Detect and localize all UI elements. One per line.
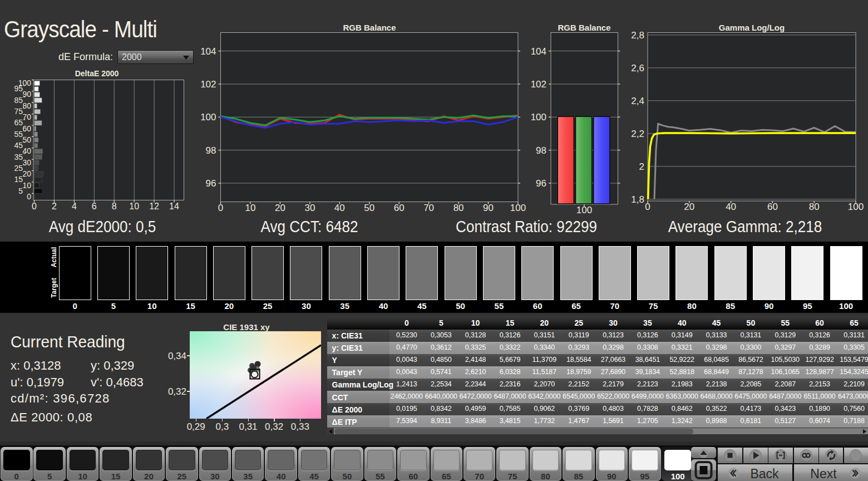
svg-text:104: 104	[531, 46, 546, 57]
svg-text:85: 85	[14, 96, 23, 105]
svg-text:100: 100	[531, 112, 546, 122]
svg-text:0: 0	[27, 192, 31, 201]
svg-text:DeltaE 2000: DeltaE 2000	[75, 69, 119, 78]
svg-text:RGB Balance: RGB Balance	[343, 23, 396, 32]
svg-text:2: 2	[639, 161, 644, 172]
svg-text:70: 70	[22, 112, 31, 121]
svg-text:2,4: 2,4	[631, 96, 644, 106]
svg-text:65: 65	[14, 118, 23, 127]
svg-text:60: 60	[22, 124, 31, 133]
svg-text:100: 100	[18, 78, 32, 87]
svg-text:30: 30	[22, 158, 31, 167]
svg-text:75: 75	[14, 107, 23, 116]
svg-text:2: 2	[52, 202, 57, 211]
svg-text:55: 55	[14, 130, 23, 139]
svg-text:35: 35	[14, 153, 23, 161]
svg-text:98: 98	[536, 145, 546, 156]
svg-text:15: 15	[14, 175, 23, 184]
svg-text:8: 8	[112, 202, 117, 211]
svg-text:10: 10	[22, 181, 31, 190]
svg-text:90: 90	[22, 90, 31, 99]
svg-text:100: 100	[200, 112, 216, 122]
svg-text:RGB Balance: RGB Balance	[558, 23, 610, 32]
svg-text:20: 20	[22, 169, 31, 178]
svg-text:102: 102	[531, 79, 546, 90]
svg-text:96: 96	[206, 178, 216, 189]
svg-text:2,8: 2,8	[631, 30, 644, 41]
svg-text:12: 12	[149, 202, 159, 211]
svg-text:4: 4	[72, 202, 77, 211]
svg-text:1,8: 1,8	[631, 194, 644, 205]
svg-text:98: 98	[206, 145, 216, 156]
svg-text:80: 80	[22, 101, 31, 110]
svg-text:104: 104	[200, 46, 216, 57]
svg-text:45: 45	[14, 141, 23, 150]
svg-text:2,6: 2,6	[631, 63, 644, 73]
svg-text:10: 10	[129, 202, 139, 211]
svg-text:6: 6	[92, 202, 97, 211]
svg-text:14: 14	[169, 202, 179, 211]
svg-text:40: 40	[22, 146, 31, 155]
svg-text:102: 102	[200, 79, 216, 90]
svg-text:96: 96	[536, 178, 546, 189]
svg-text:50: 50	[22, 135, 31, 144]
svg-text:25: 25	[14, 164, 23, 173]
svg-text:0: 0	[32, 202, 37, 211]
svg-text:Gamma Log/Log: Gamma Log/Log	[719, 23, 785, 32]
svg-text:2,2: 2,2	[631, 129, 644, 139]
